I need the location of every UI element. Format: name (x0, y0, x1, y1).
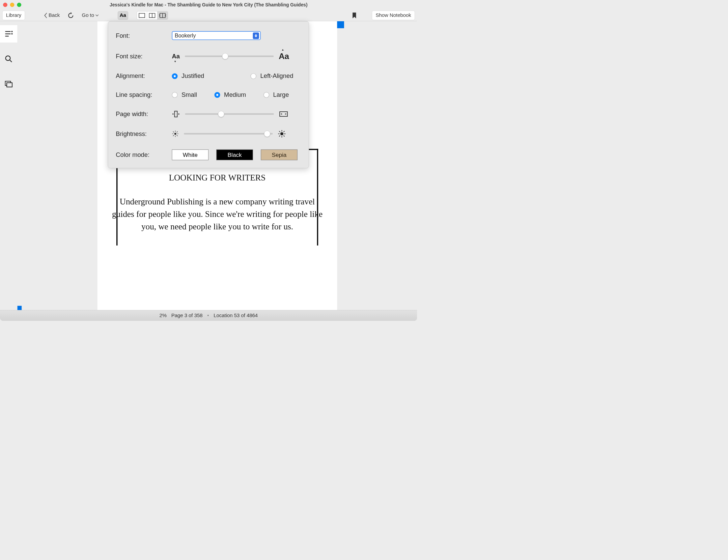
show-notebook-label: Show Notebook (376, 12, 411, 19)
auto-column-icon (159, 12, 167, 18)
chevron-down-icon (95, 14, 99, 17)
page-paragraph: Underground Publishing is a new company … (111, 196, 324, 233)
alignment-left-radio[interactable] (251, 73, 256, 79)
svg-line-25 (173, 135, 174, 136)
page-heading-2: LOOKING FOR WRITERS (111, 171, 324, 184)
svg-line-35 (284, 131, 285, 132)
alignment-justified-radio[interactable] (172, 73, 177, 79)
select-chevrons-icon (253, 32, 259, 39)
color-mode-label: Color mode: (116, 151, 172, 158)
titlebar: Jessica's Kindle for Mac - The Shambling… (0, 0, 417, 10)
sync-icon (67, 12, 74, 19)
svg-point-18 (174, 133, 176, 135)
toc-icon (4, 30, 13, 37)
chevron-left-icon (44, 13, 47, 18)
line-spacing-label: Line spacing: (116, 91, 172, 98)
view-mode-group (137, 11, 168, 20)
flashcards-icon (5, 81, 12, 87)
single-column-button[interactable] (137, 11, 147, 20)
display-settings-button[interactable]: Aa (118, 11, 128, 20)
alignment-label: Alignment: (116, 73, 172, 80)
svg-line-24 (177, 135, 178, 136)
page-marker-top (337, 21, 344, 28)
status-percent: 2% (159, 313, 167, 319)
bookmark-button[interactable] (349, 11, 360, 20)
app-window: Jessica's Kindle for Mac - The Shambling… (0, 0, 417, 321)
sync-button[interactable] (65, 10, 77, 20)
brightness-thumb[interactable] (264, 131, 270, 137)
brightness-label: Brightness: (116, 130, 172, 137)
svg-line-26 (177, 132, 178, 133)
goto-button[interactable]: Go to (79, 11, 102, 20)
color-mode-sepia-label: Sepia (272, 151, 286, 158)
svg-rect-0 (139, 13, 145, 18)
two-column-icon (149, 13, 155, 18)
window-title: Jessica's Kindle for Mac - The Shambling… (0, 2, 417, 7)
library-label: Library (6, 12, 22, 19)
left-sidebar (0, 21, 18, 310)
line-spacing-large-radio[interactable] (263, 92, 269, 97)
svg-rect-14 (174, 111, 177, 117)
goto-label: Go to (82, 12, 94, 19)
brightness-low-icon (172, 130, 179, 137)
status-bar: 2% Page 3 of 358 • Location 53 of 4864 (0, 310, 417, 321)
brightness-slider[interactable] (184, 133, 273, 135)
show-notebook-button[interactable]: Show Notebook (372, 11, 415, 20)
svg-rect-13 (7, 83, 12, 87)
sidebar-toc-button[interactable] (0, 25, 18, 43)
svg-rect-17 (280, 112, 287, 116)
page-width-wide-icon (279, 111, 288, 118)
alignment-justified-label: Justified (181, 73, 204, 80)
svg-line-23 (173, 132, 174, 133)
color-mode-sepia-button[interactable]: Sepia (261, 149, 298, 160)
font-size-thumb[interactable] (222, 53, 228, 59)
two-column-button[interactable] (147, 11, 158, 20)
color-mode-black-button[interactable]: Black (216, 149, 253, 160)
page-width-slider[interactable] (185, 113, 274, 115)
line-spacing-medium-label: Medium (224, 91, 246, 98)
svg-line-11 (10, 60, 12, 62)
svg-point-10 (6, 56, 10, 61)
auto-column-button[interactable] (158, 11, 168, 20)
svg-point-16 (178, 113, 179, 114)
line-spacing-small-radio[interactable] (172, 92, 177, 97)
page-width-label: Page width: (116, 110, 172, 117)
back-button[interactable]: Back (41, 11, 62, 20)
svg-point-15 (172, 113, 173, 114)
bookmark-icon (352, 12, 357, 19)
font-size-large-icon: Aa (279, 52, 289, 61)
sidebar-search-button[interactable] (0, 50, 18, 68)
line-spacing-large-label: Large (273, 91, 289, 98)
brightness-high-icon (278, 130, 286, 138)
font-label: Font: (116, 32, 172, 39)
font-size-small-icon: Aa (172, 53, 179, 60)
status-location: Location 53 of 4864 (214, 313, 258, 319)
content-area: Underground Publishing LOOKING FOR WRITE… (18, 21, 417, 310)
svg-rect-9 (11, 33, 12, 34)
back-label: Back (49, 12, 60, 19)
library-button[interactable]: Library (2, 11, 25, 20)
page-width-narrow-icon (172, 110, 180, 118)
font-size-slider[interactable] (185, 55, 274, 57)
line-spacing-small-label: Small (181, 91, 197, 98)
svg-line-32 (279, 131, 280, 132)
font-select[interactable]: Bookerly (172, 31, 261, 40)
font-selected-value: Bookerly (175, 32, 196, 38)
svg-rect-8 (11, 31, 12, 32)
color-mode-group: White Black Sepia (172, 149, 301, 160)
search-icon (5, 55, 12, 63)
font-size-label: Font size: (116, 53, 172, 60)
status-page: Page 3 of 358 (171, 313, 203, 319)
line-spacing-group: Small Medium Large (172, 91, 301, 98)
alignment-group: Justified Left-Aligned (172, 73, 301, 80)
alignment-left-label: Left-Aligned (260, 73, 293, 80)
line-spacing-medium-radio[interactable] (214, 92, 220, 97)
color-mode-white-button[interactable]: White (172, 149, 208, 160)
sidebar-flashcards-button[interactable] (0, 75, 18, 93)
page-width-thumb[interactable] (218, 111, 224, 117)
svg-point-27 (280, 132, 283, 135)
svg-line-33 (284, 136, 285, 137)
svg-line-34 (279, 136, 280, 137)
color-mode-black-label: Black (228, 151, 242, 158)
toolbar: Library Back Go to Aa (0, 10, 417, 21)
